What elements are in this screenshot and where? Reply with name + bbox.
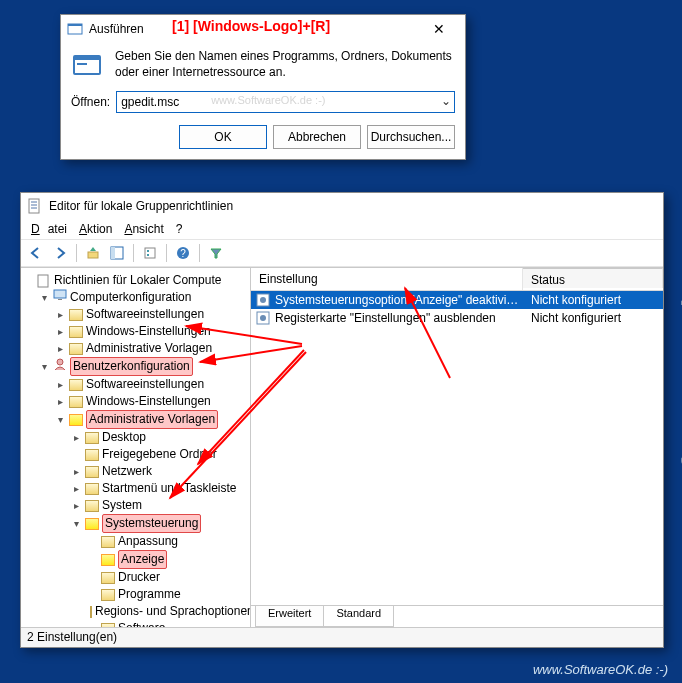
open-combobox[interactable]: www.SoftwareOK.de :-) ⌄ [116,91,455,113]
list-row-selected[interactable]: Systemsteuerungsoption "Anzeige" deaktiv… [251,291,663,309]
setting-status: Nicht konfiguriert [523,311,663,325]
tree-item[interactable]: Programme [87,586,248,603]
folder-icon [69,326,83,338]
run-dialog: Ausführen ✕ Geben Sie den Namen eines Pr… [60,14,466,160]
tree-item[interactable]: ▸Desktop [71,429,248,446]
svg-rect-8 [111,247,115,259]
collapse-icon[interactable]: ▾ [39,289,50,306]
tree-item[interactable]: ▸System [71,497,248,514]
help-button[interactable]: ? [172,242,194,264]
expand-icon[interactable]: ▸ [71,480,82,497]
svg-rect-1 [68,24,82,26]
tree-user-config[interactable]: ▾Benutzerkonfiguration [39,357,248,376]
folder-icon [85,500,99,512]
svg-rect-14 [38,275,48,287]
collapse-icon[interactable]: ▾ [55,411,66,428]
open-input[interactable] [116,91,455,113]
folder-icon [101,554,115,566]
menu-action[interactable]: Aktion [75,221,116,237]
editor-titlebar[interactable]: Editor für lokale Gruppenrichtlinien [21,193,663,219]
folder-icon [85,518,99,530]
svg-rect-4 [77,63,87,65]
setting-icon [255,292,271,308]
svg-text:?: ? [180,248,186,259]
menu-file[interactable]: Datei [27,221,71,237]
tree-root[interactable]: Richtlinien für Lokaler Compute [23,272,248,289]
tree-item[interactable]: Software [87,620,248,627]
editor-title: Editor für lokale Gruppenrichtlinien [49,199,233,213]
expand-icon[interactable]: ▸ [55,340,66,357]
tree-display[interactable]: Anzeige [87,550,248,569]
folder-icon [90,606,92,618]
up-button[interactable] [82,242,104,264]
tree-item[interactable]: ▸Windows-Einstellungen [55,323,248,340]
folder-icon [69,414,83,426]
watermark-vertical: SoftwareOK.de [676,280,682,508]
view-tabs: Erweitert Standard [251,605,663,627]
svg-rect-3 [74,56,100,60]
svg-point-21 [260,315,266,321]
list-row[interactable]: Registerkarte "Einstellungen" ausblenden… [251,309,663,327]
close-icon[interactable]: ✕ [419,16,459,42]
menu-view[interactable]: Ansicht [120,221,167,237]
tree-control-panel[interactable]: ▾Systemsteuerung [71,514,248,533]
folder-icon [101,589,115,601]
folder-icon [69,396,83,408]
folder-icon [85,483,99,495]
menu-help[interactable]: ? [172,221,187,237]
folder-icon [101,572,115,584]
folder-icon [85,432,99,444]
cancel-button[interactable]: Abbrechen [273,125,361,149]
back-button[interactable] [25,242,47,264]
expand-icon[interactable]: ▸ [71,463,82,480]
tree-item[interactable]: ▸Netzwerk [71,463,248,480]
policy-icon [37,274,51,288]
col-setting[interactable]: Einstellung [251,268,523,290]
expand-icon[interactable]: ▸ [71,497,82,514]
svg-rect-9 [145,248,155,258]
tree-item[interactable]: Anpassung [87,533,248,550]
forward-button[interactable] [49,242,71,264]
tree-item[interactable]: ▸Softwareeinstellungen [55,306,248,323]
col-status[interactable]: Status [523,268,663,288]
setting-icon [255,310,271,326]
svg-point-17 [57,359,63,365]
open-label: Öffnen: [71,95,110,109]
setting-status: Nicht konfiguriert [523,293,663,307]
tree-item[interactable]: Drucker [87,569,248,586]
user-icon [53,358,67,375]
svg-rect-15 [54,290,66,298]
setting-name: Registerkarte "Einstellungen" ausblenden [275,311,523,325]
collapse-icon[interactable]: ▾ [39,358,50,375]
expand-icon[interactable]: ▸ [55,306,66,323]
credit-text: www.SoftwareOK.de :-) [533,662,668,677]
expand-icon[interactable]: ▸ [55,393,66,410]
tree-pane[interactable]: Richtlinien für Lokaler Compute ▾Compute… [21,268,251,627]
filter-button[interactable] [205,242,227,264]
list-header[interactable]: Einstellung Status [251,268,663,291]
tree-item[interactable]: Regions- und Sprachoptionen [87,603,248,620]
show-hide-tree-button[interactable] [106,242,128,264]
run-title-icon [67,21,83,37]
tree-item[interactable]: ▸Softwareeinstellungen [55,376,248,393]
tab-standard[interactable]: Standard [323,606,394,627]
expand-icon[interactable]: ▸ [55,323,66,340]
properties-button[interactable] [139,242,161,264]
ok-button[interactable]: OK [179,125,267,149]
expand-icon[interactable]: ▸ [71,429,82,446]
tab-extended[interactable]: Erweitert [255,606,324,627]
computer-icon [53,289,67,306]
tree-item[interactable]: Freigegebene Ordner [71,446,248,463]
tree-item[interactable]: ▸Windows-Einstellungen [55,393,248,410]
tree-admin-templates[interactable]: ▾Administrative Vorlagen [55,410,248,429]
run-titlebar[interactable]: Ausführen ✕ [61,15,465,43]
expand-icon[interactable]: ▸ [55,376,66,393]
svg-rect-6 [88,252,98,258]
collapse-icon[interactable]: ▾ [71,515,82,532]
browse-button[interactable]: Durchsuchen... [367,125,455,149]
tree-item[interactable]: ▸Startmenü und Taskleiste [71,480,248,497]
tree-computer-config[interactable]: ▾Computerkonfiguration [39,289,248,306]
menubar[interactable]: Datei Aktion Ansicht ? [21,219,663,239]
tree-item[interactable]: ▸Administrative Vorlagen [55,340,248,357]
svg-rect-11 [147,254,149,256]
